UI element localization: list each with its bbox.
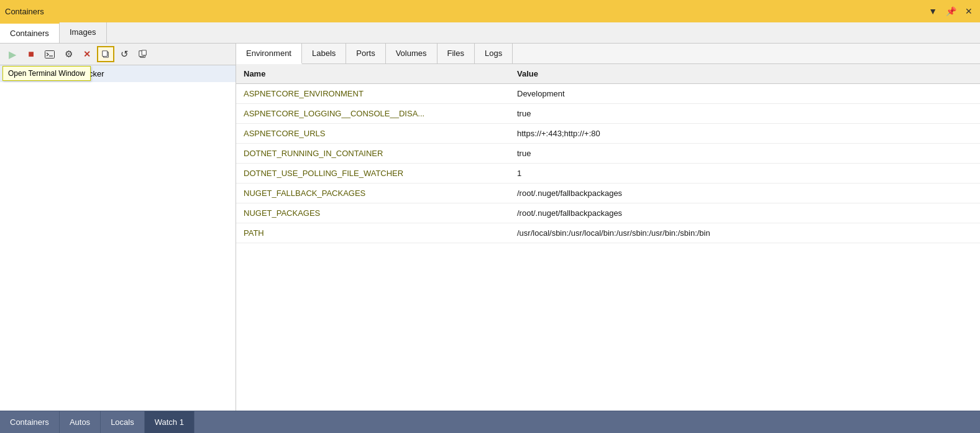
copy-multi-button[interactable] — [134, 46, 152, 62]
env-table: Name Value ASPNETCORE_ENVIRONMENT Develo… — [236, 64, 980, 411]
env-name: ASPNETCORE_URLS — [236, 126, 510, 141]
env-value: true — [510, 106, 980, 121]
main-content: Containers Images ▶ ■ ⚙ ✕ — [0, 22, 980, 411]
bottom-tab-containers[interactable]: Containers — [0, 411, 60, 433]
tab-environment[interactable]: Environment — [236, 44, 302, 64]
settings-button[interactable]: ⚙ — [60, 46, 77, 62]
detail-tabs: Environment Labels Ports Volumes Files L… — [236, 44, 980, 64]
env-name: NUGET_PACKAGES — [236, 206, 510, 220]
tab-files[interactable]: Files — [437, 44, 475, 63]
stop-button[interactable]: ■ — [22, 46, 40, 62]
container-list: WebApplication-Docker — [0, 65, 236, 411]
left-panel: ▶ ■ ⚙ ✕ ↺ — [0, 44, 236, 411]
env-value: true — [510, 146, 980, 161]
title-bar: Containers ▼ 📌 ✕ — [0, 0, 980, 22]
body-area: ▶ ■ ⚙ ✕ ↺ — [0, 44, 980, 411]
tab-volumes[interactable]: Volumes — [386, 44, 437, 63]
delete-button[interactable]: ✕ — [78, 46, 96, 62]
env-value: https://+:443;http://+:80 — [510, 126, 980, 141]
bottom-tab-locals[interactable]: Locals — [101, 411, 145, 433]
dropdown-button[interactable]: ▼ — [926, 5, 940, 17]
env-row[interactable]: DOTNET_RUNNING_IN_CONTAINER true — [236, 144, 980, 164]
refresh-button[interactable]: ↺ — [116, 46, 133, 62]
svg-rect-6 — [142, 50, 146, 55]
tab-containers[interactable]: Containers — [0, 22, 60, 43]
top-tab-bar: Containers Images — [0, 22, 980, 44]
env-name: ASPNETCORE_LOGGING__CONSOLE__DISA... — [236, 106, 510, 121]
env-row[interactable]: PATH /usr/local/sbin:/usr/local/bin:/usr… — [236, 223, 980, 243]
title-bar-controls: ▼ 📌 ✕ — [926, 5, 975, 17]
bottom-tab-bar: Containers Autos Locals Watch 1 — [0, 411, 980, 433]
env-row[interactable]: ASPNETCORE_URLS https://+:443;http://+:8… — [236, 124, 980, 144]
pin-button[interactable]: 📌 — [943, 5, 959, 17]
env-value: /root/.nuget/fallbackpackages — [510, 186, 980, 200]
env-row[interactable]: NUGET_FALLBACK_PACKAGES /root/.nuget/fal… — [236, 184, 980, 203]
env-value: 1 — [510, 166, 980, 180]
tab-images[interactable]: Images — [60, 22, 107, 43]
env-table-header: Name Value — [236, 64, 980, 84]
bottom-tab-watch1[interactable]: Watch 1 — [145, 411, 195, 433]
env-name: PATH — [236, 226, 510, 240]
env-name: DOTNET_USE_POLLING_FILE_WATCHER — [236, 166, 510, 180]
value-header: Value — [510, 67, 980, 81]
terminal-button[interactable] — [41, 46, 58, 62]
env-value: Development — [510, 86, 980, 101]
bottom-tab-autos[interactable]: Autos — [60, 411, 101, 433]
tab-logs[interactable]: Logs — [475, 44, 513, 63]
env-row[interactable]: DOTNET_USE_POLLING_FILE_WATCHER 1 — [236, 164, 980, 184]
env-row[interactable]: ASPNETCORE_LOGGING__CONSOLE__DISA... tru… — [236, 104, 980, 124]
svg-rect-3 — [103, 51, 108, 57]
env-rows: ASPNETCORE_ENVIRONMENT Development ASPNE… — [236, 84, 980, 243]
tab-labels[interactable]: Labels — [302, 44, 346, 63]
env-name: DOTNET_RUNNING_IN_CONTAINER — [236, 146, 510, 161]
env-name: NUGET_FALLBACK_PACKAGES — [236, 186, 510, 200]
env-value: /root/.nuget/fallbackpackages — [510, 206, 980, 220]
tab-ports[interactable]: Ports — [346, 44, 385, 63]
svg-rect-0 — [45, 50, 55, 58]
start-button[interactable]: ▶ — [4, 46, 21, 62]
env-name: ASPNETCORE_ENVIRONMENT — [236, 86, 510, 101]
env-row[interactable]: NUGET_PACKAGES /root/.nuget/fallbackpack… — [236, 203, 980, 223]
toolbar: ▶ ■ ⚙ ✕ ↺ — [0, 44, 236, 65]
copy-button[interactable] — [97, 46, 114, 62]
toolbar-tooltip: Open Terminal Window — [2, 66, 91, 81]
close-button[interactable]: ✕ — [963, 5, 975, 17]
window-title: Containers — [5, 7, 44, 16]
name-header: Name — [236, 67, 510, 81]
env-value: /usr/local/sbin:/usr/local/bin:/usr/sbin… — [510, 226, 980, 240]
env-row[interactable]: ASPNETCORE_ENVIRONMENT Development — [236, 84, 980, 104]
right-panel: Environment Labels Ports Volumes Files L… — [236, 44, 980, 411]
